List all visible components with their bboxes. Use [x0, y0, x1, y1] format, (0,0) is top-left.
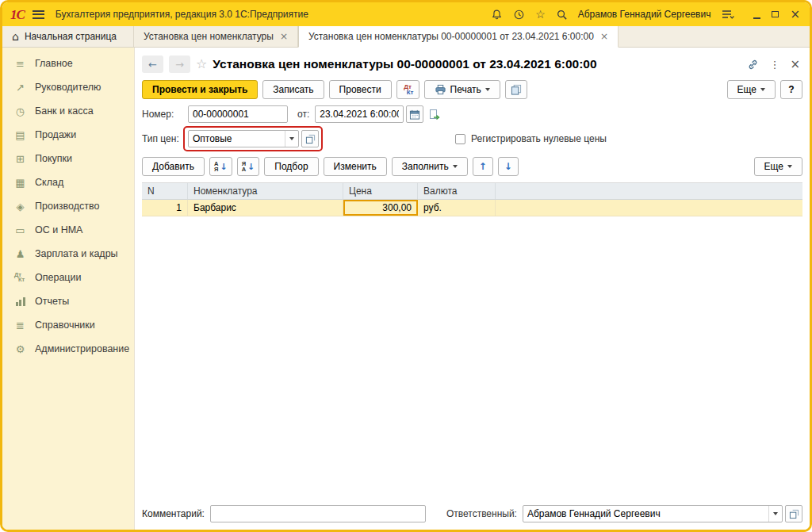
sales-icon: ▤: [13, 130, 28, 140]
column-header-nomenclature[interactable]: Номенклатура: [188, 183, 343, 199]
search-icon[interactable]: [556, 9, 568, 21]
edit-button[interactable]: Изменить: [324, 157, 387, 176]
sidebar-item-label: Продажи: [35, 129, 76, 140]
cell-price-active[interactable]: 300,00: [343, 200, 418, 216]
cell-nomenclature[interactable]: Барбарис: [188, 200, 343, 216]
tab-close-icon[interactable]: ×: [600, 32, 608, 41]
get-link-icon[interactable]: [747, 59, 759, 71]
fill-label: Заполнить: [402, 161, 449, 172]
service-menu-icon[interactable]: [721, 9, 735, 20]
price-type-field: [188, 130, 299, 147]
sidebar-item-label: Зарплата и кадры: [35, 248, 118, 259]
write-button[interactable]: Записать: [262, 80, 324, 99]
close-window-button[interactable]: ×: [790, 9, 800, 21]
directories-icon: ≣: [13, 320, 28, 331]
home-icon: ⌂: [12, 31, 19, 42]
number-input[interactable]: [188, 105, 288, 123]
cell-n[interactable]: 1: [142, 200, 188, 216]
more-button[interactable]: Еще: [727, 80, 776, 99]
add-to-favorites-star-icon[interactable]: ☆: [196, 58, 207, 71]
items-more-button[interactable]: Еще: [754, 157, 802, 176]
current-date-icon: [428, 109, 440, 121]
printer-icon: [435, 84, 446, 95]
sidebar-item-main[interactable]: ≡ Главное: [2, 52, 134, 75]
help-button[interactable]: ?: [780, 80, 802, 99]
table-row[interactable]: 1 Барбарис 300,00 руб.: [142, 200, 802, 216]
cell-currency[interactable]: руб.: [418, 200, 496, 216]
price-type-combobox: [188, 130, 319, 147]
column-header-n[interactable]: N: [142, 183, 188, 199]
sidebar-item-fixed-assets[interactable]: ▭ ОС и НМА: [2, 218, 134, 242]
show-postings-button[interactable]: Дт Кт: [396, 80, 419, 99]
register-zero-checkbox[interactable]: [455, 134, 465, 144]
notifications-bell-icon[interactable]: [491, 9, 503, 21]
tab-price-setting-document[interactable]: Установка цен номенклатуры 00-00000001 о…: [298, 26, 619, 48]
column-header-price[interactable]: Цена: [343, 183, 418, 199]
tab-home-page[interactable]: ⌂ Начальная страница: [2, 26, 134, 47]
minimize-icon: [753, 17, 760, 19]
sidebar-item-reports[interactable]: Отчеты: [2, 289, 134, 313]
more-dots-icon[interactable]: ⋮: [769, 59, 779, 70]
warehouse-icon: ▦: [13, 178, 28, 188]
sidebar-item-administration[interactable]: ⚙ Администрирование: [2, 337, 134, 361]
main-menu-icon[interactable]: [33, 10, 44, 19]
move-up-button[interactable]: ↑: [473, 157, 493, 176]
sidebar-item-label: Справочники: [35, 320, 95, 331]
move-down-button[interactable]: ↓: [498, 157, 519, 176]
post-and-close-button[interactable]: Провести и закрыть: [142, 80, 258, 99]
sidebar-item-purchases[interactable]: ⊞ Покупки: [2, 147, 134, 170]
price-type-open-button[interactable]: [301, 130, 319, 147]
responsible-dropdown-button[interactable]: [768, 506, 782, 522]
sidebar-item-salary-hr[interactable]: ♟ Зарплата и кадры: [2, 242, 134, 266]
current-user[interactable]: Абрамов Геннадий Сергеевич: [578, 9, 711, 20]
sidebar-item-bank-cash[interactable]: ◷ Банк и касса: [2, 99, 134, 123]
number-date-row: Номер: от:: [142, 105, 802, 124]
register-zero-group: Регистрировать нулевые цены: [455, 133, 607, 144]
sidebar-item-sales[interactable]: ▤ Продажи: [2, 123, 134, 147]
date-input[interactable]: [315, 105, 404, 123]
maximize-button[interactable]: [772, 11, 779, 17]
tab-close-icon[interactable]: ×: [280, 32, 288, 41]
sort-asc-button[interactable]: АЯ ↓: [209, 157, 232, 176]
back-button[interactable]: ←: [142, 55, 163, 73]
sidebar-item-production[interactable]: ◈ Производство: [2, 194, 134, 218]
responsible-open-button[interactable]: [785, 505, 802, 522]
close-document-button[interactable]: ×: [790, 59, 800, 71]
minimize-button[interactable]: [753, 10, 760, 19]
column-header-currency[interactable]: Валюта: [418, 183, 496, 199]
top-bar: 1С Бухгалтерия предприятия, редакция 3.0…: [2, 2, 810, 26]
post-button[interactable]: Провести: [329, 80, 392, 99]
forward-button[interactable]: →: [169, 55, 190, 73]
tab-price-setting-list[interactable]: Установка цен номенклатуры ×: [134, 26, 298, 47]
sidebar-item-operations[interactable]: Дт Кт Операции: [2, 266, 134, 289]
create-based-on-button[interactable]: [505, 80, 527, 99]
number-label: Номер:: [142, 109, 188, 120]
purchases-icon: ⊞: [13, 154, 28, 164]
set-current-date-button[interactable]: [428, 109, 440, 121]
command-bar: Провести и закрыть Записать Провести Дт …: [142, 80, 802, 99]
print-button[interactable]: Печать: [424, 80, 500, 99]
tab-label: Установка цен номенклатуры: [144, 31, 274, 42]
sidebar-item-directories[interactable]: ≣ Справочники: [2, 313, 134, 337]
sections-panel: ≡ Главное ↗ Руководителю ◷ Банк и касса …: [2, 48, 134, 530]
chevron-down-icon: [773, 512, 778, 515]
history-icon[interactable]: [513, 9, 525, 21]
bank-cash-icon: ◷: [13, 106, 28, 117]
items-toolbar: Добавить АЯ ↓ ЯА ↓ Подбор Изменить За: [142, 157, 802, 176]
fill-button[interactable]: Заполнить: [392, 157, 468, 176]
responsible-input[interactable]: [523, 508, 768, 519]
sidebar-item-label: Банк и касса: [35, 105, 94, 117]
price-type-dropdown-button[interactable]: [285, 131, 298, 147]
price-type-input[interactable]: [189, 133, 285, 144]
add-button[interactable]: Добавить: [142, 157, 205, 176]
tab-label: Установка цен номенклатуры 00-00000001 о…: [308, 31, 594, 42]
sidebar-item-manager[interactable]: ↗ Руководителю: [2, 75, 134, 99]
pick-button[interactable]: Подбор: [264, 157, 318, 176]
items-table: N Номенклатура Цена Валюта 1 Барбарис 30…: [142, 182, 802, 499]
calendar-button[interactable]: [406, 105, 423, 123]
sidebar-item-warehouse[interactable]: ▦ Склад: [2, 170, 134, 194]
sort-desc-button[interactable]: ЯА ↓: [237, 157, 260, 176]
favorites-star-icon[interactable]: ☆: [535, 9, 546, 20]
register-zero-label[interactable]: Регистрировать нулевые цены: [471, 133, 607, 144]
comment-input[interactable]: [210, 505, 426, 522]
